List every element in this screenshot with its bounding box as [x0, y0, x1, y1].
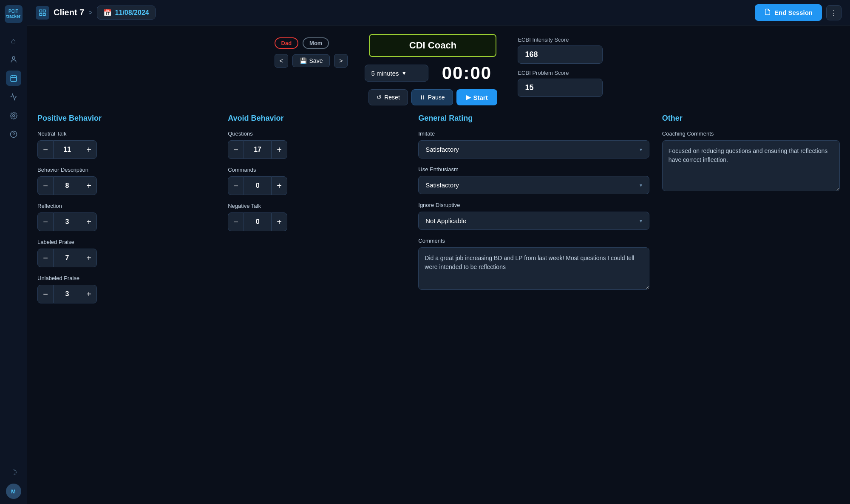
unlabeled-praise-value: 3: [54, 285, 81, 303]
positive-behavior-title: Positive Behavior: [37, 114, 215, 123]
behavior-description-value: 8: [54, 176, 81, 195]
use-enthusiasm-label: Use Enthusiasm: [418, 166, 649, 173]
sidebar-item-settings[interactable]: [6, 108, 21, 123]
pause-button[interactable]: ⏸ Pause: [411, 89, 453, 105]
tags-row: Dad Mom: [275, 37, 348, 49]
sidebar-item-chart[interactable]: [6, 89, 21, 105]
cdi-center-panel: CDI Coach 5 minutes ▾ 00:00 ↺ Reset: [365, 34, 501, 105]
behavior-description-increment[interactable]: +: [81, 176, 97, 195]
questions-field: Questions − 17 +: [228, 130, 405, 159]
general-rating-title: General Rating: [418, 114, 649, 123]
ecbi-problem-section: ECBI Problem Score 15: [518, 70, 603, 97]
ignore-disruptive-field: Ignore Disruptive Not Applicable ▾: [418, 202, 649, 230]
ignore-disruptive-label: Ignore Disruptive: [418, 202, 649, 208]
other-title: Other: [662, 114, 840, 123]
commands-decrement[interactable]: −: [228, 176, 244, 195]
breadcrumb: Client 7 > 📅 11/08/2024: [36, 6, 156, 20]
imitate-label: Imitate: [418, 130, 649, 137]
negative-talk-decrement[interactable]: −: [228, 212, 244, 231]
behavior-description-label: Behavior Description: [37, 167, 215, 173]
imitate-field: Imitate Satisfactory ▾: [418, 130, 649, 159]
more-options-button[interactable]: ⋮: [826, 5, 842, 20]
neutral-talk-increment[interactable]: +: [81, 140, 97, 159]
save-icon: 💾: [300, 57, 307, 64]
cdi-left-panel: Dad Mom < 💾 Save >: [275, 34, 348, 68]
sidebar-item-users[interactable]: [6, 52, 21, 67]
top-bar: Client 7 > 📅 11/08/2024 End Session ⋮: [27, 0, 850, 25]
mom-tag[interactable]: Mom: [303, 37, 329, 49]
labeled-praise-label: Labeled Praise: [37, 239, 215, 245]
unlabeled-praise-field: Unlabeled Praise − 3 +: [37, 275, 215, 303]
breadcrumb-arrow: >: [88, 9, 92, 17]
nav-prev-button[interactable]: <: [275, 54, 288, 68]
timer-display: 00:00: [433, 63, 501, 83]
unlabeled-praise-label: Unlabeled Praise: [37, 275, 215, 281]
reflection-increment[interactable]: +: [81, 212, 97, 231]
questions-increment[interactable]: +: [271, 140, 287, 159]
ecbi-scores-panel: ECBI Intensity Score 168 ECBI Problem Sc…: [518, 34, 603, 97]
calendar-icon: 📅: [103, 8, 112, 17]
general-comments-textarea[interactable]: [418, 247, 649, 290]
unlabeled-praise-increment[interactable]: +: [81, 285, 97, 303]
pause-icon: ⏸: [419, 94, 425, 101]
play-icon: ▶: [466, 93, 471, 101]
sidebar-item-moon[interactable]: ☽: [6, 465, 21, 480]
coaching-comments-label: Coaching Comments: [662, 130, 840, 137]
neutral-talk-field: Neutral Talk − 11 +: [37, 130, 215, 159]
client-icon: [36, 6, 49, 20]
nav-next-button[interactable]: >: [334, 54, 348, 68]
labeled-praise-increment[interactable]: +: [81, 249, 97, 267]
sidebar-item-calendar[interactable]: [6, 71, 21, 86]
reset-icon: ↺: [377, 94, 382, 101]
negative-talk-value: 0: [244, 212, 271, 231]
ecbi-intensity-section: ECBI Intensity Score 168: [518, 37, 603, 64]
use-enthusiasm-dropdown-arrow: ▾: [640, 182, 642, 188]
coaching-comments-field: Coaching Comments: [662, 130, 840, 193]
sidebar-item-help[interactable]: [6, 127, 21, 142]
labeled-praise-field: Labeled Praise − 7 +: [37, 239, 215, 267]
ecbi-intensity-value: 168: [518, 45, 603, 64]
ignore-disruptive-dropdown[interactable]: Not Applicable ▾: [418, 212, 649, 230]
dad-tag[interactable]: Dad: [275, 37, 299, 49]
svg-rect-8: [40, 10, 42, 12]
ecbi-problem-label: ECBI Problem Score: [518, 70, 603, 76]
save-button[interactable]: 💾 Save: [292, 54, 330, 67]
svg-rect-11: [43, 13, 45, 15]
coaching-comments-textarea[interactable]: [662, 140, 840, 191]
reset-button[interactable]: ↺ Reset: [368, 89, 408, 105]
reflection-decrement[interactable]: −: [37, 212, 54, 231]
reflection-field: Reflection − 3 +: [37, 203, 215, 231]
avoid-behavior-title: Avoid Behavior: [228, 114, 405, 123]
duration-select[interactable]: 5 minutes ▾: [365, 65, 428, 82]
use-enthusiasm-field: Use Enthusiasm Satisfactory ▾: [418, 166, 649, 194]
imitate-dropdown-arrow: ▾: [640, 147, 642, 153]
labeled-praise-decrement[interactable]: −: [37, 249, 54, 267]
use-enthusiasm-value: Satisfactory: [425, 181, 459, 189]
cdi-title: CDI Coach: [369, 34, 496, 57]
commands-value: 0: [244, 176, 271, 195]
avatar[interactable]: M: [6, 484, 21, 499]
commands-field: Commands − 0 +: [228, 167, 405, 195]
general-comments-field: Comments: [418, 238, 649, 291]
imitate-value: Satisfactory: [425, 146, 459, 153]
date-badge[interactable]: 📅 11/08/2024: [97, 6, 156, 20]
start-button[interactable]: ▶ Start: [456, 89, 497, 105]
session-nav-row: < 💾 Save >: [275, 54, 348, 68]
behavior-description-decrement[interactable]: −: [37, 176, 54, 195]
neutral-talk-value: 11: [54, 140, 81, 159]
questions-value: 17: [244, 140, 271, 159]
unlabeled-praise-decrement[interactable]: −: [37, 285, 54, 303]
date-value: 11/08/2024: [115, 9, 149, 17]
commands-label: Commands: [228, 167, 405, 173]
ignore-disruptive-dropdown-arrow: ▾: [640, 218, 642, 224]
sidebar-item-home[interactable]: ⌂: [6, 33, 21, 48]
neutral-talk-decrement[interactable]: −: [37, 140, 54, 159]
imitate-dropdown[interactable]: Satisfactory ▾: [418, 140, 649, 159]
questions-label: Questions: [228, 130, 405, 137]
negative-talk-increment[interactable]: +: [271, 212, 287, 231]
use-enthusiasm-dropdown[interactable]: Satisfactory ▾: [418, 176, 649, 194]
questions-decrement[interactable]: −: [228, 140, 244, 159]
end-session-button[interactable]: End Session: [755, 4, 822, 21]
other-section: Other Coaching Comments: [662, 114, 840, 311]
commands-increment[interactable]: +: [271, 176, 287, 195]
